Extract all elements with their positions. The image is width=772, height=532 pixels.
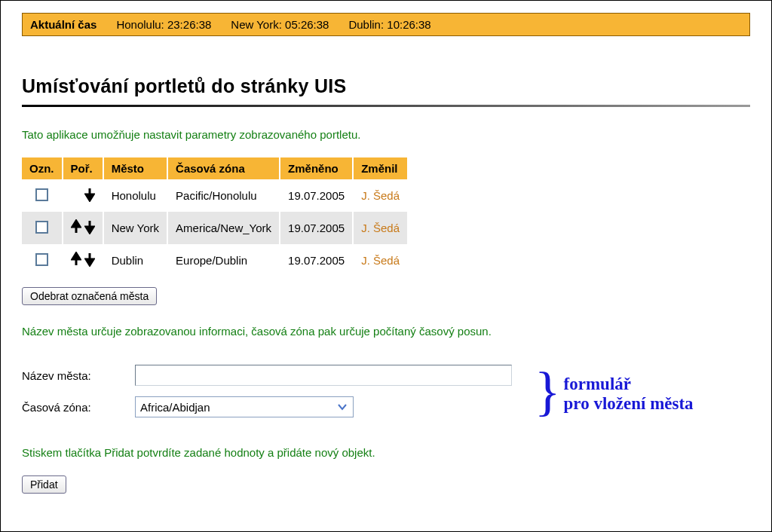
cell-city: Honolulu: [103, 179, 167, 212]
arrow-up-icon[interactable]: [71, 252, 81, 269]
remove-button[interactable]: Odebrat označená města: [22, 287, 157, 305]
cell-zone: America/New_York: [167, 212, 280, 244]
th-mesto: Město: [103, 157, 167, 179]
cell-author: J. Šedá: [353, 212, 407, 244]
cell-zone: Europe/Dublin: [167, 244, 280, 277]
arrow-down-icon[interactable]: [84, 252, 95, 269]
zone-selected-value: Africa/Abidjan: [140, 401, 210, 414]
timebar-city-1: New York: 05:26:38: [231, 18, 329, 31]
table-row: Honolulu Pacific/Honolulu 19.07.2005 J. …: [22, 179, 407, 212]
th-ozn: Ozn.: [22, 157, 63, 179]
add-button[interactable]: Přidat: [22, 475, 66, 494]
zone-select[interactable]: Africa/Abidjan: [135, 396, 354, 417]
name-label: Název města:: [22, 369, 127, 382]
zone-label: Časová zóna:: [22, 401, 127, 414]
divider: [22, 105, 750, 107]
brace-icon: }: [535, 371, 561, 411]
add-form: Název města: Časová zóna: Africa/Abidjan: [22, 365, 512, 428]
timebar-city-2: Dublin: 10:26:38: [348, 18, 430, 31]
cell-date: 19.07.2005: [280, 212, 353, 244]
th-zona: Časová zóna: [167, 157, 280, 179]
arrow-down-icon[interactable]: [84, 187, 95, 204]
timebar-label: Aktuální čas: [30, 18, 96, 31]
table-row: New York America/New_York 19.07.2005 J. …: [22, 212, 407, 244]
cell-zone: Pacific/Honolulu: [167, 179, 280, 212]
cell-date: 19.07.2005: [280, 179, 353, 212]
annotation: formulář pro vložení města: [564, 375, 694, 414]
timebar-city-0: Honolulu: 23:26:38: [116, 18, 211, 31]
cell-author: J. Šedá: [353, 179, 407, 212]
th-zmeneno: Změněno: [280, 157, 353, 179]
cell-city: Dublin: [103, 244, 167, 277]
time-bar: Aktuální čas Honolulu: 23:26:38 New York…: [22, 13, 750, 36]
name-input[interactable]: [135, 365, 512, 386]
chevron-down-icon: [336, 401, 348, 413]
page-title: Umísťování portletů do stránky UIS: [22, 75, 750, 97]
city-table: Ozn. Poř. Město Časová zóna Změněno Změn…: [22, 157, 407, 277]
table-row: Dublin Europe/Dublin 19.07.2005 J. Šedá: [22, 244, 407, 277]
th-zmenil: Změnil: [353, 157, 407, 179]
cell-author: J. Šedá: [353, 244, 407, 277]
arrow-down-icon[interactable]: [84, 219, 95, 237]
confirm-text: Stiskem tlačítka Přidat potvrdíte zadané…: [22, 446, 750, 459]
row-checkbox[interactable]: [35, 253, 48, 266]
row-checkbox[interactable]: [35, 188, 48, 201]
th-por: Poř.: [63, 157, 103, 179]
hint-text: Název města určuje zobrazovanou informac…: [22, 325, 750, 338]
cell-date: 19.07.2005: [280, 244, 353, 277]
arrow-up-icon[interactable]: [71, 219, 81, 237]
row-checkbox[interactable]: [35, 221, 48, 234]
cell-city: New York: [103, 212, 167, 244]
intro-text: Tato aplikace umožňuje nastavit parametr…: [22, 128, 750, 141]
